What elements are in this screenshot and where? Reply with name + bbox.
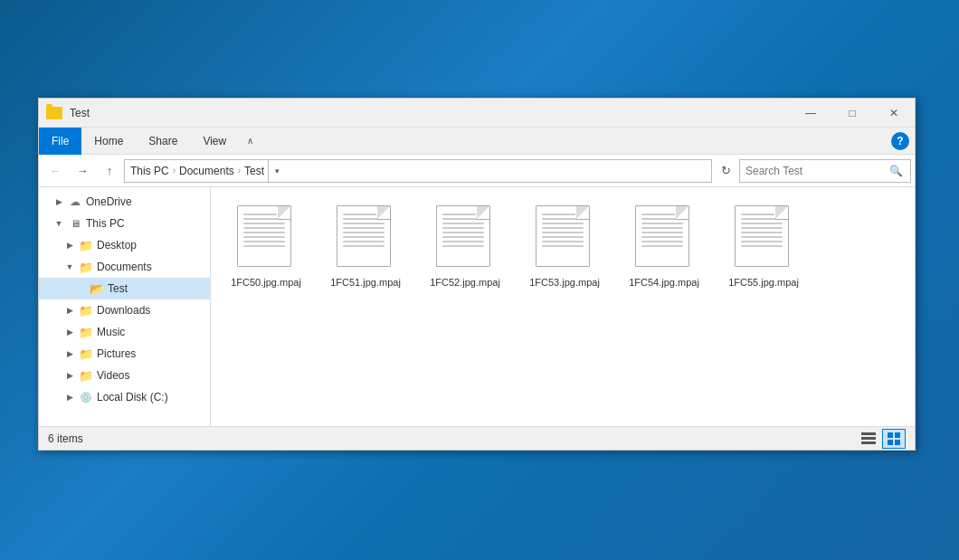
- doc-line: [442, 227, 484, 229]
- search-icon[interactable]: 🔍: [887, 162, 905, 180]
- up-button[interactable]: ↑: [97, 158, 122, 184]
- doc-line: [542, 241, 584, 242]
- ribbon-expand-icon[interactable]: ∧: [239, 130, 261, 152]
- main-area: ▶ ☁ OneDrive ▼ 🖥 This PC ▶ 📁 Desktop ▼ 📁…: [39, 187, 915, 426]
- svg-rect-5: [888, 440, 893, 445]
- document-icon: [536, 205, 590, 267]
- doc-line: [542, 232, 584, 233]
- doc-line: [741, 218, 783, 220]
- address-path[interactable]: This PC › Documents › Test ▾: [124, 159, 712, 183]
- doc-line: [343, 223, 385, 224]
- svg-rect-0: [861, 432, 876, 435]
- file-item[interactable]: 1FC52.jpg.mpaj: [424, 202, 506, 292]
- doc-line: [741, 232, 783, 233]
- breadcrumb-thispc[interactable]: This PC: [130, 165, 169, 177]
- sidebar-item-thispc-label: This PC: [86, 217, 125, 230]
- expand-localdisk-icon[interactable]: ▶: [64, 392, 75, 403]
- file-icon: [436, 205, 494, 271]
- close-button[interactable]: ✕: [873, 99, 915, 128]
- document-icon: [635, 205, 689, 267]
- expand-thispc-icon[interactable]: ▼: [53, 218, 64, 229]
- expand-onedrive-icon[interactable]: ▶: [53, 196, 64, 207]
- breadcrumb-sep-1: ›: [173, 166, 176, 176]
- document-icon: [735, 205, 789, 267]
- svg-rect-6: [895, 440, 900, 445]
- doc-line: [542, 236, 584, 238]
- grid-view-button[interactable]: [882, 429, 906, 449]
- help-button[interactable]: ?: [891, 132, 909, 150]
- doc-line: [641, 214, 675, 215]
- sidebar-item-videos[interactable]: ▶ 📁 Videos: [39, 365, 210, 386]
- address-bar: ← → ↑ This PC › Documents › Test ▾ ↻ 🔍: [39, 155, 915, 187]
- tab-home[interactable]: Home: [81, 128, 136, 155]
- doc-line: [243, 214, 277, 215]
- doc-line: [343, 241, 385, 242]
- expand-videos-icon[interactable]: ▶: [64, 370, 75, 381]
- window-title: Test: [70, 107, 790, 119]
- doc-line: [542, 218, 584, 220]
- doc-line: [343, 227, 385, 229]
- doc-line: [243, 223, 285, 224]
- grid-view-icon: [888, 432, 900, 445]
- sidebar-item-documents[interactable]: ▼ 📁 Documents: [39, 256, 210, 278]
- content-area: 1FC50.jpg.mpaj 1FC51.jpg.mpaj: [211, 187, 915, 426]
- sidebar: ▶ ☁ OneDrive ▼ 🖥 This PC ▶ 📁 Desktop ▼ 📁…: [39, 187, 211, 426]
- file-name: 1FC55.jpg.mpaj: [728, 276, 799, 289]
- doc-line: [741, 236, 783, 238]
- list-view-icon: [861, 432, 876, 445]
- doc-line: [542, 245, 584, 247]
- breadcrumb-documents-label: Documents: [179, 165, 234, 177]
- tab-share[interactable]: Share: [136, 128, 190, 155]
- expand-downloads-icon[interactable]: ▶: [64, 305, 75, 316]
- file-name: 1FC50.jpg.mpaj: [231, 276, 301, 289]
- maximize-button[interactable]: □: [831, 99, 873, 128]
- list-view-button[interactable]: [857, 429, 880, 449]
- file-icon: [536, 205, 593, 271]
- sidebar-item-thispc[interactable]: ▼ 🖥 This PC: [39, 213, 210, 234]
- file-item[interactable]: 1FC53.jpg.mpaj: [524, 202, 605, 292]
- doc-line: [442, 241, 484, 242]
- back-button[interactable]: ←: [43, 158, 68, 184]
- sidebar-item-music[interactable]: ▶ 📁 Music: [39, 321, 210, 343]
- breadcrumb-test[interactable]: Test: [244, 165, 264, 177]
- svg-rect-1: [861, 437, 876, 440]
- doc-line: [243, 227, 285, 229]
- file-item[interactable]: 1FC54.jpg.mpaj: [623, 202, 705, 292]
- sidebar-item-pictures[interactable]: ▶ 📁 Pictures: [39, 343, 210, 365]
- file-item[interactable]: 1FC51.jpg.mpaj: [325, 202, 406, 292]
- tab-file[interactable]: File: [39, 128, 81, 155]
- expand-desktop-icon[interactable]: ▶: [64, 240, 75, 251]
- doc-line: [741, 245, 783, 247]
- sidebar-item-music-label: Music: [97, 326, 125, 338]
- breadcrumb-documents[interactable]: Documents: [179, 165, 234, 177]
- view-buttons: [857, 429, 906, 449]
- tab-view[interactable]: View: [190, 128, 239, 155]
- expand-pictures-icon[interactable]: ▶: [64, 348, 75, 359]
- minimize-button[interactable]: —: [790, 99, 831, 128]
- document-icon: [337, 205, 391, 267]
- document-icon: [237, 205, 291, 267]
- doc-line: [741, 227, 783, 229]
- file-item[interactable]: 1FC50.jpg.mpaj: [225, 202, 307, 292]
- sidebar-item-desktop[interactable]: ▶ 📁 Desktop: [39, 234, 210, 256]
- doc-line: [442, 223, 484, 224]
- breadcrumb-thispc-label: This PC: [130, 165, 169, 177]
- address-dropdown-button[interactable]: ▾: [268, 159, 286, 183]
- forward-button[interactable]: →: [70, 158, 95, 184]
- sidebar-item-localdisk[interactable]: ▶ 💿 Local Disk (C:): [39, 386, 210, 408]
- doc-line: [343, 218, 385, 220]
- expand-music-icon[interactable]: ▶: [64, 327, 75, 337]
- sidebar-item-localdisk-label: Local Disk (C:): [97, 391, 168, 403]
- doc-line: [741, 214, 774, 215]
- file-item[interactable]: 1FC55.jpg.mpaj: [723, 202, 804, 292]
- sidebar-item-downloads[interactable]: ▶ 📁 Downloads: [39, 299, 210, 321]
- file-icon: [635, 205, 693, 271]
- search-input[interactable]: [745, 165, 883, 177]
- expand-documents-icon[interactable]: ▼: [64, 261, 75, 272]
- sidebar-item-desktop-label: Desktop: [97, 239, 137, 252]
- sidebar-item-onedrive-label: OneDrive: [86, 195, 132, 208]
- refresh-button[interactable]: ↻: [714, 159, 737, 183]
- sidebar-item-test[interactable]: ▶ 📂 Test: [39, 278, 210, 299]
- doc-line: [641, 227, 683, 229]
- sidebar-item-onedrive[interactable]: ▶ ☁ OneDrive: [39, 191, 210, 213]
